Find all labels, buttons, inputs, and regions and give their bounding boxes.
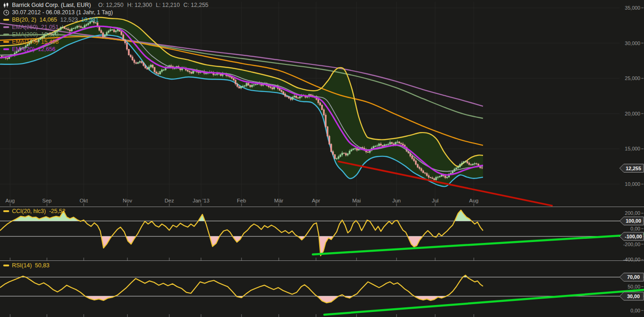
month-label: Aug bbox=[469, 198, 478, 203]
rsi-tick-label: 0,00 bbox=[631, 308, 640, 313]
svg-text:-100,00: -100,00 bbox=[625, 234, 642, 239]
rsi-threshold-badge: 70,00 bbox=[620, 273, 644, 281]
cci-threshold-badge: -100,00 bbox=[620, 232, 644, 241]
month-label: Feb bbox=[237, 198, 246, 203]
month-label: Sep bbox=[42, 198, 52, 203]
month-label: Nov bbox=[123, 198, 132, 203]
cci-tick-label: 0,00 bbox=[631, 226, 640, 231]
svg-text:100,00: 100,00 bbox=[626, 218, 641, 224]
cci-trendline[interactable] bbox=[313, 234, 644, 254]
last-price-badge: 12,255 bbox=[620, 164, 644, 173]
price-tick-label: 35,000 bbox=[625, 5, 640, 11]
month-label: Jan '13 bbox=[193, 198, 210, 203]
rsi-trendline[interactable] bbox=[324, 290, 644, 315]
cci-tick-label: -400,00 bbox=[623, 257, 640, 262]
price-tick-label: 10,000 bbox=[625, 181, 640, 187]
svg-text:70,00: 70,00 bbox=[627, 274, 640, 280]
month-label: Apr bbox=[312, 198, 320, 203]
cci-threshold-badge: 100,00 bbox=[620, 217, 644, 225]
rsi-panel bbox=[0, 275, 644, 317]
cci-tick-label: 200,00 bbox=[625, 210, 640, 216]
svg-text:12,255: 12,255 bbox=[626, 166, 641, 171]
rsi-tick-label: 50,00 bbox=[627, 284, 640, 289]
cci-tick-label: -200,00 bbox=[623, 242, 640, 247]
price-tick-label: 15,000 bbox=[625, 146, 640, 151]
month-label: Okt bbox=[80, 198, 88, 203]
month-label: Aug bbox=[6, 198, 15, 203]
month-label: Jul bbox=[432, 198, 439, 203]
rsi-line bbox=[0, 275, 483, 303]
svg-text:30,00: 30,00 bbox=[627, 294, 640, 299]
chart-canvas[interactable]: AugSepOktNovDezJan '13FebMärAprMaiJunJul… bbox=[0, 0, 644, 317]
main-price-panel bbox=[0, 2, 620, 206]
price-tick-label: 30,000 bbox=[625, 40, 640, 46]
price-tick-label: 20,000 bbox=[625, 111, 640, 116]
month-label: Dez bbox=[165, 198, 174, 203]
chart-application: AugSepOktNovDezJan '13FebMärAprMaiJunJul… bbox=[0, 0, 644, 317]
month-label: Mär bbox=[274, 198, 283, 203]
month-label: Mai bbox=[352, 198, 361, 203]
month-label: Jun bbox=[392, 198, 401, 203]
price-tick-label: 25,000 bbox=[625, 75, 640, 81]
rsi-threshold-badge: 30,00 bbox=[620, 292, 644, 300]
